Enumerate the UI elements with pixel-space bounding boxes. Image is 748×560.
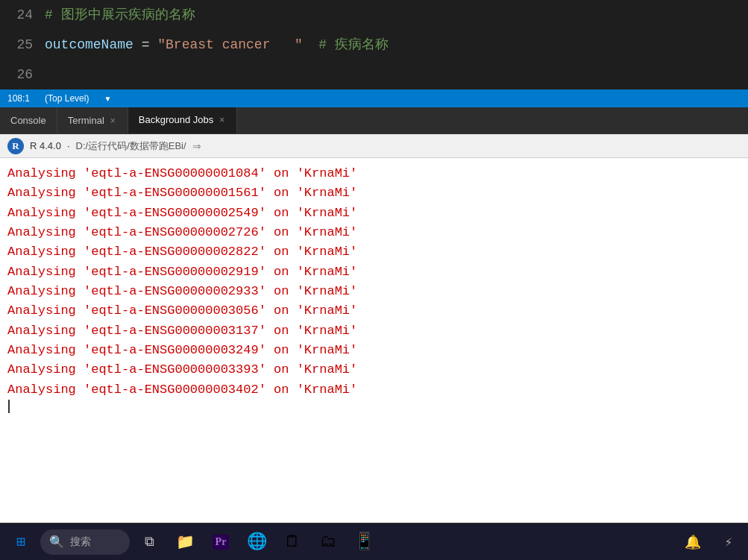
search-icon: 🔍 bbox=[49, 535, 64, 549]
r-console-header: R R 4.4.0 · D:/运行代码/数据带跑EBi/ ⇒ bbox=[0, 134, 748, 158]
r-nav-arrow[interactable]: ⇒ bbox=[192, 140, 201, 152]
output-line-9: Analysing 'eqtl-a-ENSG00000003249' on 'K… bbox=[7, 341, 741, 360]
output-line-8: Analysing 'eqtl-a-ENSG00000003137' on 'K… bbox=[7, 321, 741, 341]
code-line-24: 24 # 图形中展示疾病的名称 bbox=[0, 0, 748, 30]
code-string-breast: "Breast cancer " bbox=[157, 37, 302, 52]
code-comment-24: # 图形中展示疾病的名称 bbox=[45, 7, 195, 22]
windows-icon: ⊞ bbox=[16, 532, 25, 551]
taskbar-right-icon-2: ⚡ bbox=[725, 534, 733, 550]
code-level[interactable]: (Top Level) bbox=[45, 93, 89, 104]
code-comment-25: # 疾病名称 bbox=[311, 37, 389, 52]
main-content: 24 # 图形中展示疾病的名称 25 outcomeName = "Breast… bbox=[0, 0, 748, 523]
output-line-10: Analysing 'eqtl-a-ENSG00000003393' on 'K… bbox=[7, 360, 741, 380]
taskbar-right-icon-1: 🔔 bbox=[685, 534, 701, 550]
taskbar-right-btn-1[interactable]: 🔔 bbox=[678, 527, 708, 557]
code-content-24: # 图形中展示疾病的名称 bbox=[45, 0, 195, 30]
code-operator-eq: = bbox=[142, 37, 158, 52]
windows-taskbar: ⊞ 🔍 搜索 ⧉ 📁 Pr 🌐 🗒 🗂 📱 🔔 ⚡ bbox=[0, 523, 748, 560]
status-bar: 108:1 (Top Level) ▼ bbox=[0, 89, 748, 107]
tab-terminal-label: Terminal bbox=[68, 115, 104, 126]
browser-button[interactable]: 🌐 bbox=[240, 526, 273, 559]
output-line-2: Analysing 'eqtl-a-ENSG00000002549' on 'K… bbox=[7, 204, 741, 223]
output-line-1: Analysing 'eqtl-a-ENSG00000001561' on 'K… bbox=[7, 183, 741, 203]
taskbar-right-btn-2[interactable]: ⚡ bbox=[714, 527, 744, 557]
premiere-icon: Pr bbox=[213, 535, 230, 550]
task-view-button[interactable]: ⧉ bbox=[133, 526, 166, 559]
folder-icon: 📁 bbox=[176, 532, 195, 551]
tab-bar: Console Terminal × Background Jobs × bbox=[0, 107, 748, 134]
r-separator: · bbox=[67, 140, 70, 151]
output-line-6: Analysing 'eqtl-a-ENSG00000002933' on 'K… bbox=[7, 282, 741, 301]
line-number-26: 26 bbox=[0, 60, 45, 89]
level-dropdown-icon[interactable]: ▼ bbox=[104, 95, 111, 103]
line-number-24: 24 bbox=[0, 0, 45, 30]
output-line-11: Analysing 'eqtl-a-ENSG00000003402' on 'K… bbox=[7, 380, 741, 400]
code-keyword-outcome: outcomeName bbox=[45, 37, 133, 52]
premiere-button[interactable]: Pr bbox=[204, 526, 237, 559]
code-editor-area: 24 # 图形中展示疾病的名称 25 outcomeName = "Breast… bbox=[0, 0, 748, 89]
notes-button[interactable]: 🗒 bbox=[276, 526, 309, 559]
tab-background-jobs-close[interactable]: × bbox=[218, 115, 226, 125]
r-working-dir: D:/运行代码/数据带跑EBi/ bbox=[76, 139, 186, 153]
code-content-25: outcomeName = "Breast cancer " # 疾病名称 bbox=[45, 30, 389, 60]
output-line-7: Analysing 'eqtl-a-ENSG00000003056' on 'K… bbox=[7, 301, 741, 321]
output-line-4: Analysing 'eqtl-a-ENSG00000002822' on 'K… bbox=[7, 242, 741, 262]
taskbar-search[interactable]: 🔍 搜索 bbox=[40, 529, 130, 555]
code-content-26 bbox=[45, 60, 53, 89]
tab-terminal-close[interactable]: × bbox=[109, 116, 117, 126]
app-icon: 🗂 bbox=[320, 532, 336, 552]
phone-icon: 📱 bbox=[354, 532, 374, 552]
globe-icon: 🌐 bbox=[247, 532, 267, 552]
r-version: R 4.4.0 bbox=[30, 140, 61, 151]
tab-terminal[interactable]: Terminal × bbox=[57, 107, 128, 133]
start-button[interactable]: ⊞ bbox=[4, 526, 37, 559]
cursor-position: 108:1 bbox=[7, 93, 30, 104]
console-output: Analysing 'eqtl-a-ENSG00000001084' on 'K… bbox=[0, 158, 748, 523]
search-label: 搜索 bbox=[70, 535, 91, 549]
tab-console[interactable]: Console bbox=[0, 107, 57, 133]
tab-background-jobs[interactable]: Background Jobs × bbox=[128, 107, 237, 133]
tab-console-label: Console bbox=[10, 115, 46, 126]
tab-background-jobs-label: Background Jobs bbox=[139, 114, 213, 125]
code-line-25: 25 outcomeName = "Breast cancer " # 疾病名称 bbox=[0, 30, 748, 60]
taskbar-right-area: 🔔 ⚡ bbox=[678, 527, 744, 557]
app-button[interactable]: 🗂 bbox=[312, 526, 345, 559]
code-line-26: 26 bbox=[0, 60, 748, 89]
phone-button[interactable]: 📱 bbox=[348, 526, 380, 559]
output-line-0: Analysing 'eqtl-a-ENSG00000001084' on 'K… bbox=[7, 164, 741, 183]
line-number-25: 25 bbox=[0, 30, 45, 60]
text-cursor bbox=[8, 400, 10, 413]
task-view-icon: ⧉ bbox=[145, 535, 154, 550]
notes-icon: 🗒 bbox=[284, 532, 301, 552]
output-line-3: Analysing 'eqtl-a-ENSG00000002726' on 'K… bbox=[7, 223, 741, 242]
r-logo: R bbox=[7, 138, 24, 154]
console-cursor-line bbox=[7, 400, 741, 413]
file-explorer-button[interactable]: 📁 bbox=[169, 526, 201, 559]
output-line-5: Analysing 'eqtl-a-ENSG00000002919' on 'K… bbox=[7, 262, 741, 282]
